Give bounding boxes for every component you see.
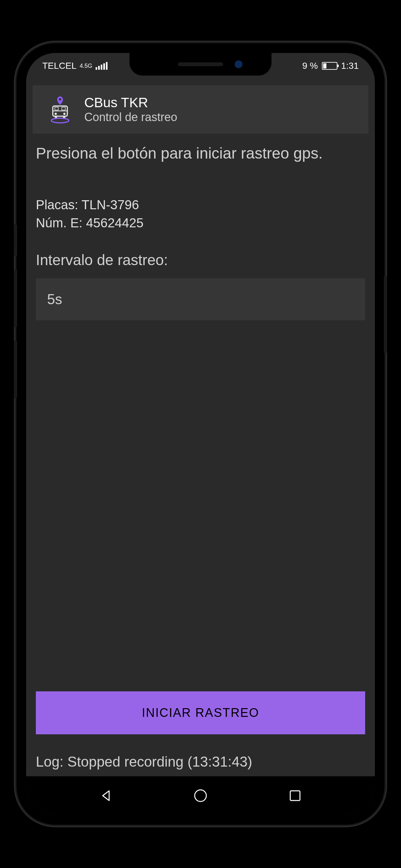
navigation-bar: [26, 776, 375, 815]
volume-up-button: [14, 269, 17, 328]
side-button: [14, 224, 17, 256]
front-camera: [235, 60, 243, 68]
volume-down-button: [14, 340, 17, 399]
log-text: Log: Stopped recording (13:31:43): [36, 754, 365, 770]
app-title: CBus TKR: [84, 95, 177, 111]
bus-location-icon: [45, 95, 74, 124]
app-titles: CBus TKR Control de rastreo: [84, 95, 177, 124]
svg-point-6: [63, 113, 66, 115]
phone-screen: TELCEL 4.5G 9 % 1:31: [26, 53, 375, 815]
plates-value: TLN-3796: [82, 197, 139, 212]
svg-rect-11: [290, 791, 300, 801]
speaker-grille: [178, 62, 223, 66]
interval-value: 5s: [47, 291, 62, 307]
app-subtitle: Control de rastreo: [84, 111, 177, 124]
signal-bars-icon: [96, 62, 107, 70]
instruction-text: Presiona el botón para iniciar rastreo g…: [36, 144, 365, 163]
interval-select[interactable]: 5s: [36, 278, 365, 320]
notch: [129, 53, 272, 75]
battery-percent: 9 %: [302, 61, 318, 71]
svg-rect-4: [62, 107, 65, 110]
svg-point-9: [51, 118, 69, 123]
network-type: 4.5G: [80, 63, 92, 69]
status-right: 9 % 1:31: [302, 61, 359, 71]
app-content: CBus TKR Control de rastreo Presiona el …: [26, 79, 375, 776]
svg-point-10: [195, 790, 206, 802]
carrier-label: TELCEL: [42, 61, 76, 71]
svg-point-0: [59, 98, 61, 100]
content-area: Presiona el botón para iniciar rastreo g…: [26, 144, 375, 776]
num-label: Núm. E:: [36, 216, 82, 230]
recent-apps-icon[interactable]: [287, 787, 303, 804]
interval-label: Intervalo de rastreo:: [36, 251, 365, 269]
battery-icon: [322, 62, 337, 70]
home-icon[interactable]: [192, 787, 209, 804]
status-left: TELCEL 4.5G: [42, 61, 107, 71]
spacer: [36, 333, 365, 691]
svg-point-5: [55, 113, 57, 115]
power-button: [384, 276, 387, 353]
num-value: 45624425: [86, 216, 144, 230]
phone-frame: TELCEL 4.5G 9 % 1:31: [17, 43, 384, 825]
start-tracking-button[interactable]: INICIAR RASTREO: [36, 691, 365, 734]
clock: 1:31: [341, 61, 359, 71]
svg-rect-3: [55, 107, 58, 110]
plates-label: Placas:: [36, 197, 78, 212]
vehicle-info: Placas: TLN-3796 Núm. E: 45624425: [36, 196, 365, 232]
app-header: CBus TKR Control de rastreo: [33, 85, 368, 134]
back-icon[interactable]: [98, 787, 114, 804]
